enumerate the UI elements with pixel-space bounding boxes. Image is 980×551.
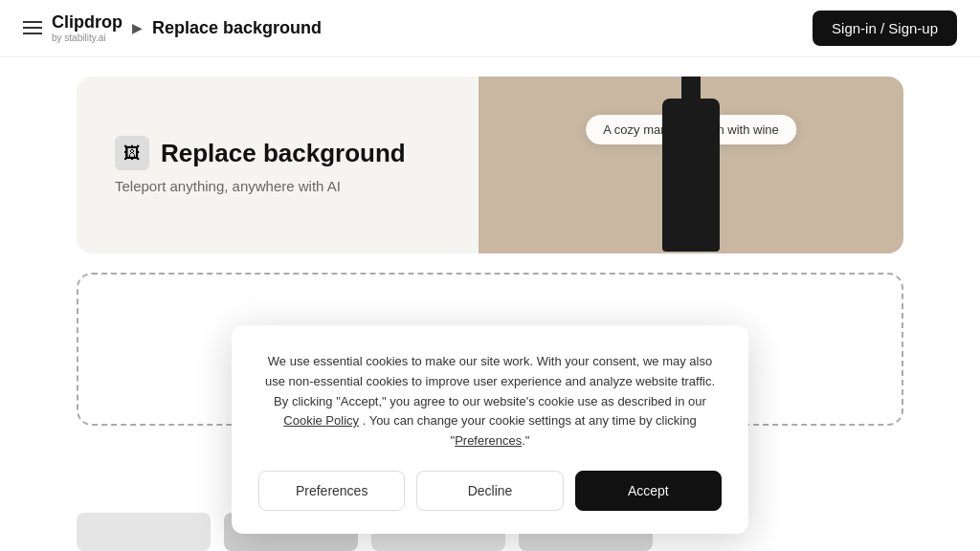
- cookie-text: We use essential cookies to make our sit…: [258, 352, 722, 452]
- modal-overlay: We use essential cookies to make our sit…: [0, 0, 980, 551]
- cookie-buttons: Preferences Decline Accept: [258, 471, 722, 511]
- cookie-preferences-link[interactable]: Preferences: [455, 433, 522, 448]
- cookie-body-1: We use essential cookies to make our sit…: [265, 354, 715, 408]
- cookie-body-3: .": [522, 433, 529, 448]
- cookie-policy-link[interactable]: Cookie Policy: [283, 413, 359, 428]
- cookie-modal: We use essential cookies to make our sit…: [232, 325, 748, 534]
- decline-button[interactable]: Decline: [416, 471, 563, 511]
- preferences-button[interactable]: Preferences: [258, 471, 405, 511]
- accept-button[interactable]: Accept: [575, 471, 722, 511]
